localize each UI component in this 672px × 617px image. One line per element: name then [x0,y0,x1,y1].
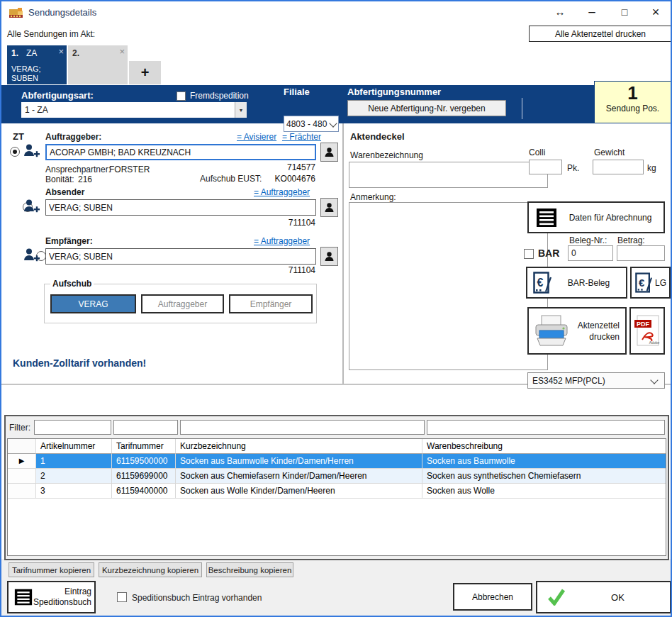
auftraggeber-radio[interactable] [10,147,20,157]
zt-label: ZT [13,131,24,142]
abfertigungsart-label: Abfertigungsart: [21,90,94,101]
cancel-button[interactable]: Abbrechen [453,583,532,611]
dropdown-arrow-icon[interactable]: ▼ [235,102,247,118]
resize-icon[interactable]: ↔ [549,3,571,21]
bar-label: BAR [538,248,559,259]
aktenzettel-drucken-button[interactable]: Aktenzetteldrucken [527,307,627,355]
neue-abfertigungsnr-button[interactable]: Neue Abfertigung-Nr. vergeben [347,100,506,116]
add-shipment-tab-button[interactable]: + [129,61,161,84]
printer-icon [532,314,571,348]
aufschub-eust-label: Aufschub EUST: [200,174,262,184]
person-add-icon[interactable] [23,247,40,264]
absender-input[interactable] [45,199,316,216]
copy-beschreibung-button[interactable]: Beschreibung kopieren [206,562,293,577]
anmerkung-textarea[interactable] [349,202,548,370]
person-icon [324,251,335,262]
person-add-icon[interactable] [23,198,40,215]
aktenzettel-label-line1: Aktenzettel [578,321,620,330]
eintrag-speditionsbuch-button[interactable]: EintragSpeditionsbuch [7,581,96,613]
tab-close-icon[interactable]: × [119,46,125,57]
cell-warenbeschreibung: Socken aus synthetischen Chemiefasern [422,469,666,484]
auftraggeber-contact-button[interactable] [320,143,338,162]
ok-button[interactable]: OK [536,581,671,613]
shipment-tab-1[interactable]: 1. ZA × VERAG; SUBEN [7,45,67,84]
table-row[interactable]: ▶ 1 61159500000 Socken aus Baumwolle Kin… [8,454,666,469]
empfaenger-input[interactable] [45,248,316,265]
betrag-input[interactable] [617,245,665,261]
sendung-pos-label: Sendung Pos. [595,104,671,113]
fraechter-link[interactable]: = Frächter [282,132,321,142]
empfaenger-auftraggeber-link[interactable]: = Auftraggeber [254,236,310,246]
beleg-nr-input[interactable] [568,245,613,261]
truck-icon [9,6,24,19]
close-button[interactable]: × [645,3,666,21]
absender-auftraggeber-link[interactable]: = Auftraggeber [254,187,310,197]
absender-label: Absender [45,187,84,197]
filiale-select[interactable]: 4803 - 480 [284,116,339,132]
list-icon [536,207,557,228]
person-icon [324,202,335,213]
filter-tarifnummer-input[interactable] [113,420,178,435]
row-selector [8,484,36,499]
filter-warenbeschreibung-input[interactable] [427,420,665,435]
empfaenger-contact-button[interactable] [320,247,338,266]
filter-artikelnummer-input[interactable] [34,420,111,435]
abfertigungsart-value: 1 - ZA [21,105,48,115]
maximize-button[interactable]: □ [614,3,635,21]
table-row[interactable]: 3 61159400000 Socken aus Wolle Kinder/Da… [8,484,666,499]
colli-input[interactable] [529,160,562,174]
print-all-aktenzettel-button[interactable]: Alle Aktenzettel drucken [529,26,672,42]
speditionsbuch-checkbox[interactable] [117,592,127,602]
window-title: Sendungsdetails [28,7,96,18]
absender-number: 711104 [259,218,315,228]
bar-separator [522,98,522,119]
printer-select[interactable]: ES3452 MFP(PCL) [527,372,665,389]
daten-abrechnung-label: Daten für Abrechnung [557,213,663,223]
copy-kurzbezeichnung-button[interactable]: Kurzbezeichnung kopieren [99,562,202,577]
aufschub-auftraggeber-button[interactable]: Auftraggeber [141,294,224,313]
euro-receipt-icon: € [533,272,551,294]
minimize-button[interactable]: – [581,3,603,21]
person-add-icon[interactable] [23,143,40,160]
bonitaet-value: 216 [78,174,92,184]
warenbezeichnung-textarea[interactable] [349,162,548,188]
grid-header-tarifnummer[interactable]: Tarifnummer [112,439,176,454]
aufschub-empfaenger-button[interactable]: Empfänger [229,294,313,313]
eintrag-label: EintragSpeditionsbuch [33,587,94,608]
absender-contact-button[interactable] [320,198,338,217]
warenbezeichnung-label: Warenbezeichnung [350,150,423,160]
cell-warenbeschreibung: Socken aus Wolle [422,484,666,499]
abfertigungsnummer-label: Abfertigungsnummer [347,87,441,97]
bonitaet-label: Bonität: [45,174,74,184]
fremdspedition-checkbox[interactable] [177,91,186,101]
cell-kurzbezeichnung: Socken aus Baumwolle Kinder/Damen/Herren [176,454,422,469]
bar-beleg-button[interactable]: € BAR-Beleg [526,267,627,299]
grid-header-artikelnummer[interactable]: Artikelnummer [36,439,112,454]
aktenzettel-label-line2: drucken [589,332,620,342]
abfertigungsart-select[interactable]: 1 - ZA ▼ [21,102,247,118]
avisierer-link[interactable]: = Avisierer [237,132,276,142]
gewicht-unit: kg [647,163,656,173]
shipment-tab-2[interactable]: 2. × [68,45,128,84]
auftraggeber-input[interactable] [45,144,316,160]
table-row[interactable]: 2 61159699000 Socken aus Chemiefasern Ki… [8,469,666,484]
cell-kurzbezeichnung: Socken aus Wolle Kinder/Damen/Heeren [176,484,422,499]
daten-abrechnung-button[interactable]: Daten für Abrechnung [527,201,665,233]
grid-header-warenbeschreibung[interactable]: Warenbeschreibung [422,439,666,454]
svg-text:€: € [537,277,544,289]
pdf-button[interactable]: PDF Adobe [629,307,665,355]
cell-warenbeschreibung: Socken aus Baumwolle [422,454,666,469]
aufschub-verag-button[interactable]: VERAG [50,294,136,313]
lg-button[interactable]: € LG [630,267,671,299]
abfertigung-bar: Abfertigungsart: Fremdspedition 1 - ZA ▼… [1,85,671,123]
gewicht-input[interactable] [593,160,644,174]
filter-kurzbezeichnung-input[interactable] [180,420,425,435]
aufschub-label: Aufschub [50,279,94,289]
bar-checkbox[interactable] [524,249,534,259]
grid-header-kurzbezeichnung[interactable]: Kurzbezeichnung [176,439,422,454]
check-icon [547,589,566,606]
tab-close-icon[interactable]: × [58,46,64,57]
auftraggeber-label: Auftraggeber: [45,132,101,142]
copy-tarifnummer-button[interactable]: Tarifnummer kopieren [9,562,94,577]
list-icon [14,588,33,606]
